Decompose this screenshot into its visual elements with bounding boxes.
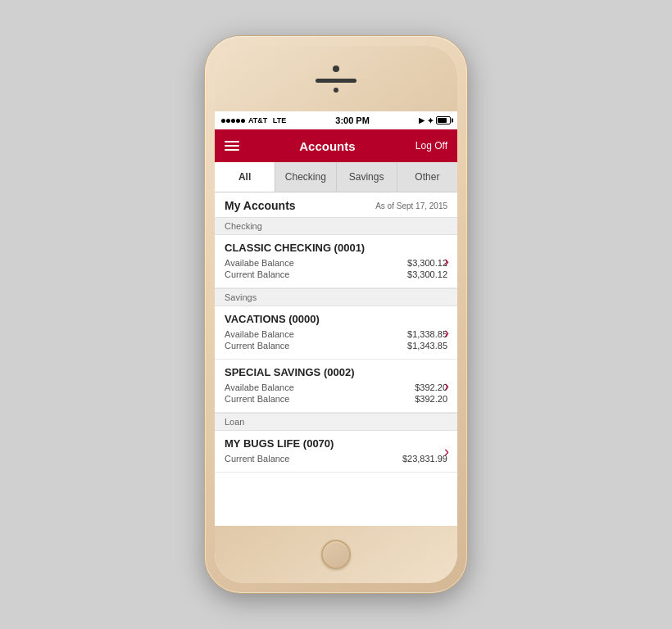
hamburger-line-1: [225, 141, 239, 143]
balance-value-special-current: $392.20: [415, 394, 447, 404]
phone-bottom-hardware: [215, 526, 457, 583]
balance-label-vacations-current: Current Balance: [225, 341, 290, 351]
tab-other[interactable]: Other: [397, 162, 457, 192]
tab-checking[interactable]: Checking: [275, 162, 336, 192]
chevron-icon-special-savings: ›: [444, 378, 449, 395]
battery-fill: [438, 118, 447, 123]
signal-dots: [221, 119, 245, 123]
header-title: Accounts: [299, 139, 355, 153]
menu-button[interactable]: [225, 141, 239, 151]
signal-dot-5: [241, 119, 245, 123]
front-camera: [333, 66, 339, 72]
accounts-date: As of Sept 17, 2015: [375, 201, 447, 210]
phone-body: AT&T LTE 3:00 PM ▶ ✦: [215, 46, 457, 583]
account-name-vacations: VACATIONS (0000): [225, 313, 447, 325]
status-time: 3:00 PM: [335, 115, 370, 125]
earpiece-speaker: [316, 79, 356, 83]
tab-checking-label: Checking: [285, 171, 326, 183]
section-label-checking: Checking: [215, 217, 457, 235]
account-item-vacations[interactable]: VACATIONS (0000) Availabe Balance $1,338…: [215, 306, 457, 360]
balance-label-current: Current Balance: [225, 269, 290, 279]
tab-savings-label: Savings: [349, 171, 384, 183]
balance-row-vacations-current: Current Balance $1,343.85: [225, 341, 447, 351]
section-label-savings: Savings: [215, 288, 457, 306]
phone-device: AT&T LTE 3:00 PM ▶ ✦: [205, 36, 467, 593]
balance-row-bugs-current: Current Balance $23,831.99: [225, 454, 447, 464]
tab-bar: All Checking Savings Other: [215, 162, 457, 192]
account-name-bugs-life: MY BUGS LIFE (0070): [225, 437, 447, 450]
logoff-button[interactable]: Log Off: [415, 140, 447, 152]
location-icon: ▶: [419, 116, 425, 124]
balance-label-available: Availabe Balance: [225, 258, 294, 268]
tab-other-label: Other: [415, 171, 439, 183]
balance-value-available: $3,300.12: [407, 258, 447, 268]
phone-top-hardware: [215, 46, 457, 111]
balance-row-special-current: Current Balance $392.20: [225, 394, 447, 404]
accounts-header-row: My Accounts As of Sept 17, 2015: [215, 192, 457, 217]
chevron-icon-bugs-life: ›: [444, 443, 449, 460]
balance-value-special-available: $392.20: [415, 382, 447, 392]
balance-label-special-current: Current Balance: [225, 394, 290, 404]
signal-dot-1: [221, 119, 225, 123]
home-button[interactable]: [321, 540, 351, 569]
tab-savings[interactable]: Savings: [337, 162, 397, 192]
balance-value-vacations-current: $1,343.85: [407, 341, 447, 351]
phone-screen: AT&T LTE 3:00 PM ▶ ✦: [215, 111, 457, 526]
tab-all[interactable]: All: [215, 162, 275, 192]
accounts-content: My Accounts As of Sept 17, 2015 Checking…: [215, 192, 457, 526]
sensor-dot: [334, 88, 338, 93]
signal-dot-3: [231, 119, 235, 123]
carrier-label: AT&T: [248, 116, 267, 124]
app-header: Accounts Log Off: [215, 129, 457, 162]
balance-label-special-available: Availabe Balance: [225, 382, 294, 392]
chevron-icon-checking: ›: [444, 253, 449, 270]
balance-label-bugs-current: Current Balance: [225, 454, 290, 464]
balance-row-special-available: Availabe Balance $392.20: [225, 382, 447, 392]
status-right: ▶ ✦: [419, 116, 451, 125]
balance-value-current: $3,300.12: [407, 269, 447, 279]
network-label: LTE: [273, 116, 286, 124]
battery-icon: [436, 116, 451, 124]
account-item-bugs-life[interactable]: MY BUGS LIFE (0070) Current Balance $23,…: [215, 431, 457, 473]
tab-all-label: All: [238, 171, 251, 183]
status-left: AT&T LTE: [221, 116, 286, 124]
signal-dot-2: [226, 119, 230, 123]
account-name-classic-checking: CLASSIC CHECKING (0001): [225, 242, 447, 254]
balance-label-vacations-available: Availabe Balance: [225, 329, 294, 339]
balance-value-vacations-available: $1,338.85: [407, 329, 447, 339]
accounts-title: My Accounts: [225, 199, 296, 212]
hamburger-line-3: [225, 149, 239, 151]
balance-row-available: Availabe Balance $3,300.12: [225, 258, 447, 268]
section-label-loan: Loan: [215, 413, 457, 431]
account-name-special-savings: SPECIAL SAVINGS (0002): [225, 366, 447, 378]
balance-value-bugs-current: $23,831.99: [402, 454, 447, 464]
chevron-icon-vacations: ›: [444, 324, 449, 342]
signal-dot-4: [236, 119, 240, 123]
account-item-special-savings[interactable]: SPECIAL SAVINGS (0002) Availabe Balance …: [215, 360, 457, 413]
bluetooth-icon: ✦: [427, 116, 434, 125]
account-item-classic-checking[interactable]: CLASSIC CHECKING (0001) Availabe Balance…: [215, 235, 457, 288]
status-bar: AT&T LTE 3:00 PM ▶ ✦: [215, 111, 457, 129]
balance-row-vacations-available: Availabe Balance $1,338.85: [225, 329, 447, 339]
balance-row-current: Current Balance $3,300.12: [225, 269, 447, 279]
hamburger-line-2: [225, 145, 239, 147]
